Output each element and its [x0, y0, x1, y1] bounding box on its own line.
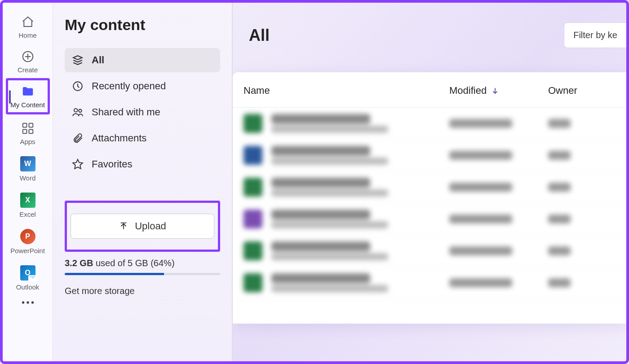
- file-texts: [271, 146, 388, 165]
- stack-icon: [72, 54, 84, 66]
- file-type-icon: [244, 146, 262, 165]
- sort-down-icon: [491, 87, 499, 95]
- table-body: [233, 108, 626, 299]
- column-owner[interactable]: Owner: [548, 85, 616, 96]
- file-panel: Name Modified Owner: [233, 72, 626, 324]
- table-row[interactable]: [233, 108, 626, 140]
- table-row[interactable]: [233, 171, 626, 203]
- svg-point-10: [79, 110, 82, 113]
- file-type-icon: [244, 273, 262, 292]
- filter-button[interactable]: Filter by ke: [564, 22, 626, 48]
- upload-button[interactable]: Upload: [71, 214, 214, 239]
- file-texts: [271, 273, 388, 292]
- file-type-icon: [244, 210, 262, 228]
- file-name-cell: [244, 146, 449, 165]
- sidebar-item-label: Recently opened: [92, 80, 166, 92]
- sidebar-item-recent[interactable]: Recently opened: [65, 74, 220, 98]
- clock-icon: [72, 80, 84, 92]
- file-location: [271, 285, 388, 292]
- table-row[interactable]: [233, 140, 626, 171]
- file-owner: [548, 278, 571, 287]
- svg-point-7: [31, 301, 33, 303]
- sidebar-item-label: Favorites: [92, 158, 132, 170]
- svg-rect-3: [22, 130, 27, 134]
- svg-rect-2: [29, 123, 33, 127]
- ellipsis-icon: [22, 301, 34, 304]
- sidebar-item-shared[interactable]: Shared with me: [65, 100, 220, 124]
- rail-item-label: Home: [18, 31, 36, 39]
- excel-icon: X: [20, 193, 35, 208]
- rail-item-label: Outlook: [16, 283, 40, 291]
- powerpoint-icon: P: [20, 229, 35, 244]
- file-modified: [449, 151, 512, 160]
- file-title: [271, 241, 370, 251]
- file-modified: [449, 246, 512, 255]
- rail-item-powerpoint[interactable]: P PowerPoint: [6, 224, 50, 258]
- get-more-storage-link[interactable]: Get more storage: [65, 286, 220, 296]
- rail-item-label: Create: [18, 66, 38, 74]
- file-name-cell: [244, 210, 449, 228]
- sidebar-item-all[interactable]: All: [65, 48, 220, 72]
- sidebar-nav: All Recently opened Shared with me Attac…: [65, 48, 220, 176]
- table-header: Name Modified Owner: [233, 72, 626, 108]
- apps-icon: [21, 122, 35, 135]
- content-sidebar: My content All Recently opened Shared wi…: [53, 3, 233, 361]
- table-row[interactable]: [233, 267, 626, 299]
- rail-item-label: Excel: [19, 211, 36, 218]
- file-owner: [548, 183, 571, 192]
- rail-item-outlook[interactable]: O Outlook: [6, 261, 50, 294]
- column-modified[interactable]: Modified: [449, 85, 548, 96]
- rail-item-home[interactable]: Home: [6, 11, 50, 43]
- file-type-icon: [244, 178, 262, 197]
- sidebar-item-label: Shared with me: [92, 106, 160, 118]
- storage-rest: used of 5 GB (64%): [93, 258, 174, 268]
- column-name[interactable]: Name: [244, 85, 449, 96]
- file-title: [271, 273, 370, 283]
- sidebar-item-favorites[interactable]: Favorites: [65, 152, 220, 176]
- table-row[interactable]: [233, 235, 626, 267]
- rail-item-create[interactable]: Create: [6, 45, 50, 77]
- svg-point-9: [74, 109, 78, 112]
- svg-point-6: [27, 301, 29, 303]
- file-location: [271, 158, 388, 165]
- main-header: All Filter by ke: [233, 22, 626, 48]
- file-location: [271, 221, 388, 228]
- file-owner: [548, 151, 571, 160]
- storage-fill: [65, 273, 164, 275]
- home-icon: [21, 15, 35, 29]
- file-location: [271, 126, 388, 133]
- rail-item-mycontent[interactable]: My Content: [6, 78, 50, 114]
- upload-highlight: Upload: [65, 201, 220, 252]
- folder-icon: [21, 85, 35, 98]
- file-title: [271, 146, 370, 156]
- main-area: All Filter by ke Name Modified Owner: [233, 3, 626, 361]
- sidebar-item-label: All: [92, 54, 104, 66]
- rail-more-button[interactable]: [21, 301, 35, 304]
- file-location: [271, 189, 388, 197]
- sidebar-title: My content: [65, 16, 220, 34]
- file-location: [271, 253, 388, 260]
- svg-point-5: [22, 301, 24, 303]
- rail-item-label: PowerPoint: [10, 247, 45, 254]
- svg-rect-1: [22, 123, 27, 127]
- file-name-cell: [244, 178, 449, 197]
- rail-item-apps[interactable]: Apps: [6, 117, 50, 149]
- storage-used: 3.2 GB: [65, 258, 93, 268]
- paperclip-icon: [72, 132, 84, 144]
- file-modified: [449, 119, 512, 128]
- storage-text: 3.2 GB used of 5 GB (64%): [65, 258, 220, 268]
- left-rail: Home Create My Content Apps W Word X Exc…: [3, 3, 53, 361]
- page-title: All: [249, 26, 270, 45]
- table-row[interactable]: [233, 203, 626, 235]
- rail-item-word[interactable]: W Word: [6, 152, 50, 185]
- star-icon: [72, 158, 84, 170]
- rail-item-label: My Content: [10, 101, 45, 109]
- file-texts: [271, 114, 388, 133]
- sidebar-item-attachments[interactable]: Attachments: [65, 126, 220, 150]
- storage-info: 3.2 GB used of 5 GB (64%): [65, 258, 220, 275]
- word-icon: W: [20, 156, 35, 171]
- rail-item-excel[interactable]: X Excel: [6, 188, 50, 222]
- upload-icon: [119, 221, 128, 231]
- file-modified: [449, 215, 512, 224]
- file-owner: [548, 246, 571, 255]
